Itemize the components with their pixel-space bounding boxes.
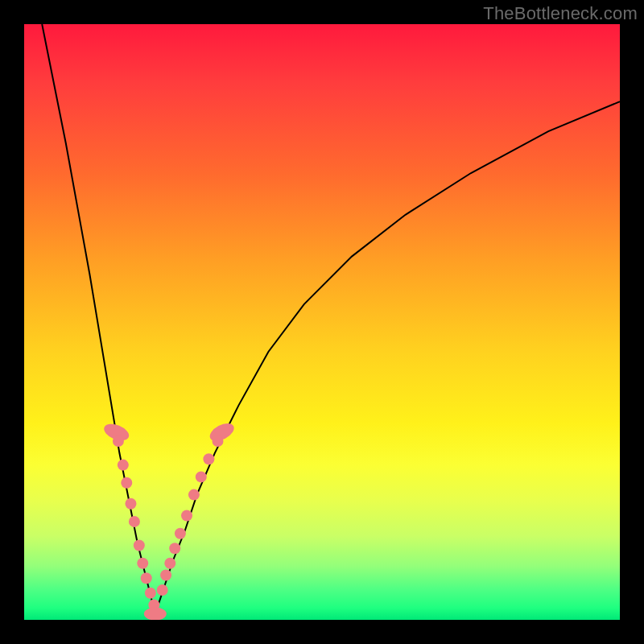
curve-right-branch [155, 101, 620, 613]
bead [125, 498, 136, 510]
curve-layer [42, 24, 620, 614]
bead [145, 588, 156, 599]
bead [121, 477, 132, 489]
bead-bottom [144, 608, 167, 620]
bead [113, 436, 124, 447]
outer-frame: TheBottleneck.com [0, 0, 644, 644]
bead [118, 460, 129, 471]
bead [181, 510, 192, 522]
watermark-text: TheBottleneck.com [483, 3, 638, 24]
bead [175, 528, 186, 539]
bead [188, 489, 200, 501]
bead [129, 516, 140, 527]
plot-area [24, 24, 620, 620]
bead [169, 543, 180, 554]
bead [134, 540, 145, 551]
bead [157, 584, 168, 596]
bead [213, 436, 224, 447]
bead [203, 453, 214, 464]
bead [164, 558, 175, 569]
bead [137, 558, 148, 569]
chart-svg [24, 24, 620, 620]
bead [196, 471, 207, 482]
bead [160, 570, 171, 581]
bead [141, 572, 152, 584]
